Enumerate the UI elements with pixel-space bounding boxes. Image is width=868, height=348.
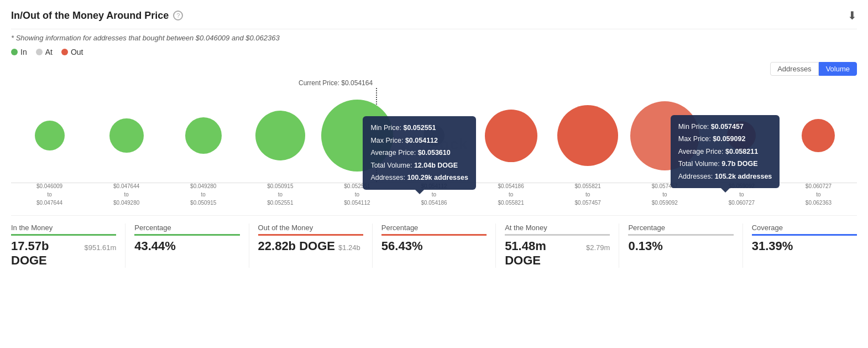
at-percentage-underline (628, 234, 733, 236)
bubble-2 (185, 117, 222, 154)
at-the-money-sub: $2.79m (586, 243, 610, 252)
price-label-3: $0.050915 to $0.052551 (242, 182, 318, 211)
coverage-value: 31.39% (752, 239, 793, 253)
in-the-money-label: In the Money (11, 224, 116, 232)
out-the-money-value: 22.82b DOGE (258, 239, 335, 253)
tooltip2-min: Min Price: $0.057457 (678, 121, 772, 133)
summary-in-percentage: Percentage 43.44% (134, 224, 239, 253)
summary-at-percentage: Percentage 0.13% (628, 224, 733, 253)
price-label-6: $0.054186 to $0.055821 (473, 182, 550, 211)
tooltip-2: Min Price: $0.057457 Max Price: $0.05909… (671, 115, 780, 189)
price-label-7: $0.055821 to $0.057457 (550, 182, 626, 211)
chart-controls: Addresses Volume (11, 62, 857, 76)
tooltip2-addresses: Addresses: 105.2k addresses (678, 170, 772, 183)
price-label-10: $0.060727 to $0.062363 (780, 182, 857, 211)
at-the-money-value: 51.48m DOGE (505, 239, 583, 268)
at-the-money-label: At the Money (505, 224, 610, 232)
bubble-10 (802, 119, 835, 152)
in-the-money-value-row: 17.57b DOGE $951.61m (11, 239, 116, 268)
bubble-col-2 (165, 117, 242, 154)
addresses-button[interactable]: Addresses (770, 62, 818, 76)
chart-area: theblock Current Price: $0.054164 (11, 78, 857, 211)
tooltip1-volume: Total Volume: 12.04b DOGE (370, 159, 468, 172)
legend-out: Out (61, 48, 83, 56)
bubble-col-1 (88, 118, 165, 153)
bubble-col-10 (780, 119, 857, 152)
bubble-col-4: Min Price: $0.052551 Max Price: $0.05411… (318, 100, 395, 172)
bubble-6 (485, 110, 537, 162)
volume-button[interactable]: Volume (819, 62, 857, 76)
bubble-col-3 (242, 111, 318, 160)
in-percentage-label: Percentage (134, 224, 239, 232)
page: In/Out of the Money Around Price ? ⬇ * S… (0, 0, 868, 277)
price-label-1: $0.047644 to $0.049280 (88, 182, 165, 211)
out-the-money-sub: $1.24b (338, 243, 360, 252)
legend-label-out: Out (71, 48, 83, 56)
summary-coverage: Coverage 31.39% (752, 224, 857, 253)
bubble-3 (255, 111, 305, 160)
out-the-money-value-row: 22.82b DOGE $1.24b (258, 239, 363, 253)
tooltip2-max: Max Price: $0.059092 (678, 133, 772, 146)
legend-dot-at (36, 49, 43, 55)
help-icon[interactable]: ? (173, 11, 183, 20)
out-the-money-underline (258, 234, 363, 236)
bubble-col-6 (473, 110, 550, 162)
legend-in: In (11, 48, 27, 56)
out-percentage-label: Percentage (381, 224, 487, 232)
at-percentage-value: 0.13% (628, 239, 662, 253)
tooltip1-min: Min Price: $0.052551 (370, 122, 468, 134)
divider-3 (372, 224, 373, 268)
bubble-col-0 (11, 121, 88, 150)
in-percentage-underline (134, 234, 239, 236)
bubble-col-7 (550, 105, 626, 166)
price-label-0: $0.046009 to $0.047644 (11, 182, 88, 211)
subtitle: * Showing information for addresses that… (11, 34, 857, 42)
in-the-money-underline (11, 234, 116, 236)
header-left: In/Out of the Money Around Price ? (11, 10, 183, 22)
divider-2 (249, 224, 249, 268)
out-the-money-label: Out of the Money (258, 224, 363, 232)
current-price-label: Current Price: $0.054164 (299, 79, 373, 87)
in-percentage-value: 43.44% (134, 239, 176, 253)
bubbles-container: Min Price: $0.052551 Max Price: $0.05411… (11, 89, 857, 182)
header: In/Out of the Money Around Price ? ⬇ (11, 9, 857, 29)
tooltip2-avg: Average Price: $0.058211 (678, 146, 772, 158)
tooltip1-addresses: Addresses: 100.29k addresses (370, 172, 468, 184)
at-the-money-value-row: 51.48m DOGE $2.79m (505, 239, 610, 268)
coverage-label: Coverage (752, 224, 857, 232)
summary-out-percentage: Percentage 56.43% (381, 224, 487, 253)
tooltip2-volume: Total Volume: 9.7b DOGE (678, 158, 772, 170)
legend: In At Out (11, 48, 857, 56)
out-percentage-value: 56.43% (381, 239, 423, 253)
legend-dot-out (61, 49, 68, 55)
divider-6 (742, 224, 743, 268)
bubble-7 (557, 105, 618, 166)
tooltip1-max: Max Price: $0.054112 (370, 134, 468, 147)
divider-4 (495, 224, 496, 268)
price-label-2: $0.049280 to $0.050915 (165, 182, 242, 211)
tooltip1-avg: Average Price: $0.053610 (370, 147, 468, 159)
summary: In the Money 17.57b DOGE $951.61m Percen… (11, 215, 857, 268)
legend-dot-in (11, 49, 18, 55)
divider-1 (125, 224, 126, 268)
divider-5 (619, 224, 619, 268)
at-percentage-label: Percentage (628, 224, 733, 232)
summary-out-the-money: Out of the Money 22.82b DOGE $1.24b (258, 224, 363, 253)
coverage-underline (752, 234, 857, 236)
summary-in-the-money: In the Money 17.57b DOGE $951.61m (11, 224, 116, 268)
legend-at: At (36, 48, 53, 56)
in-the-money-value: 17.57b DOGE (11, 239, 81, 268)
summary-at-the-money: At the Money 51.48m DOGE $2.79m (505, 224, 610, 268)
legend-label-in: In (20, 48, 27, 56)
at-the-money-underline (505, 234, 610, 236)
in-the-money-sub: $951.61m (84, 243, 116, 252)
bubble-col-8: Min Price: $0.057457 Max Price: $0.05909… (626, 101, 703, 170)
bubble-0 (35, 121, 65, 150)
out-percentage-underline (381, 234, 487, 236)
download-icon[interactable]: ⬇ (848, 9, 857, 22)
page-title: In/Out of the Money Around Price (11, 10, 169, 22)
legend-label-at: At (45, 48, 53, 56)
bubble-1 (109, 118, 144, 153)
tooltip-1: Min Price: $0.052551 Max Price: $0.05411… (363, 116, 476, 190)
